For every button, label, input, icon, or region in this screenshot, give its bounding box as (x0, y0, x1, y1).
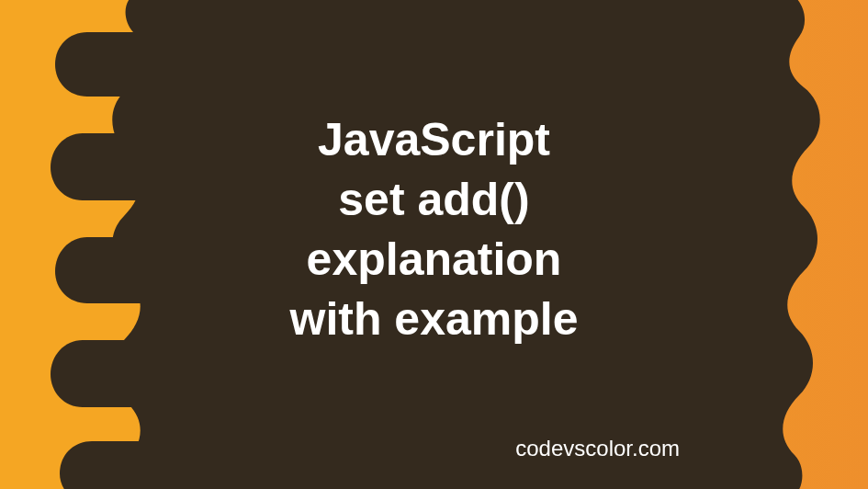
heading-line-2: set add() (290, 170, 579, 230)
heading-line-1: JavaScript (290, 110, 579, 170)
banner-canvas: JavaScript set add() explanation with ex… (0, 0, 868, 489)
heading-line-4: with example (290, 290, 579, 349)
site-label: codevscolor.com (515, 436, 680, 461)
heading-line-3: explanation (290, 230, 579, 290)
banner-heading: JavaScript set add() explanation with ex… (290, 110, 579, 349)
